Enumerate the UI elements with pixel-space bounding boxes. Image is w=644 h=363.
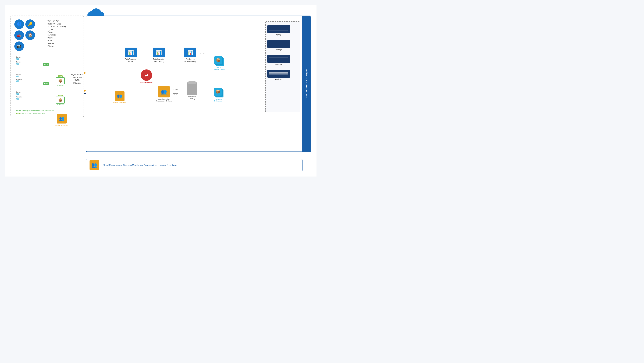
home-icon: 🏠: [25, 31, 35, 40]
cloud-mgmt-icon: 👥: [90, 160, 99, 170]
mcu-2: MCU: [43, 82, 49, 85]
iot-icons-row: 🌀 🔑 🚗 🏠 📷: [14, 20, 46, 51]
security-system: 👥 Security & EdgeManagement Systems: [156, 86, 172, 102]
service-compute: Compute: [267, 55, 290, 66]
device-attestation-left: 👥 Device Attestation: [56, 114, 68, 126]
service-analytics: Analytics: [267, 70, 290, 80]
cloud-management: 👥 Cloud Management System (Monitoring, A…: [86, 159, 302, 171]
data-transport-broker: 📊 Data TransportBroker: [125, 48, 137, 63]
services-orchestration: 📦 ServicesOrchestration: [214, 88, 224, 102]
wind-turbine-icon: 🌀: [14, 20, 24, 29]
device-attestation-cloud: 👥 Device Attestation: [113, 91, 126, 104]
api-sidebar: API Library & API Mgmt: [302, 16, 311, 152]
cloud-box: API Library & API Mgmt Query: [86, 16, 311, 152]
tcpip-label-1: TCP/IP: [200, 53, 205, 55]
main-container: 🌀 🔑 🚗 🏠 📷 WiFi + LP WiFi Bluetooth + BTL…: [5, 5, 316, 177]
service-query: Query: [267, 25, 290, 36]
tcpip-label-3: TCP/IP: [173, 93, 178, 95]
data-ingestion: 📊 Data Ingestion& Processing: [153, 48, 165, 63]
device-box: 🌀 🔑 🚗 🏠 📷 WiFi + LP WiFi Bluetooth + BTL…: [10, 16, 84, 117]
persistence: 📊 Persistence& Concurrency: [184, 48, 196, 63]
load-balancer: ⇌ Load Balancer: [140, 70, 152, 84]
daas: 📦 Data as aService (DaaS): [214, 56, 224, 70]
services-box: Query Storage: [265, 21, 300, 112]
service-storage: Storage: [267, 40, 290, 51]
metadata-catalog: MetadataCatalog: [187, 83, 197, 100]
mqtt-protocols-text: MQTT, HTTPS,CoAP, REST,XMPP,DDS, etc.: [71, 73, 83, 85]
gateway-1: UPAL 📦 Gateway: [56, 75, 65, 86]
mcu-1: MCU: [43, 63, 49, 66]
camera-icon: 📷: [14, 42, 24, 51]
cloud-mgmt-label: Cloud Management System (Monitoring, Aut…: [103, 164, 176, 166]
legend: MCU & Gateway: Identity Protection + Sec…: [16, 109, 54, 115]
tcpip-label-2: TCP/IP: [173, 89, 178, 91]
car-icon: 🚗: [14, 31, 24, 40]
person-key-icon: 🔑: [25, 20, 35, 29]
gateway-2: UPAL 📦 Gateway: [56, 95, 65, 106]
connectivity-list: WiFi + LP WiFi Bluetooth + BTLE 2G/3G/4G…: [48, 20, 66, 48]
